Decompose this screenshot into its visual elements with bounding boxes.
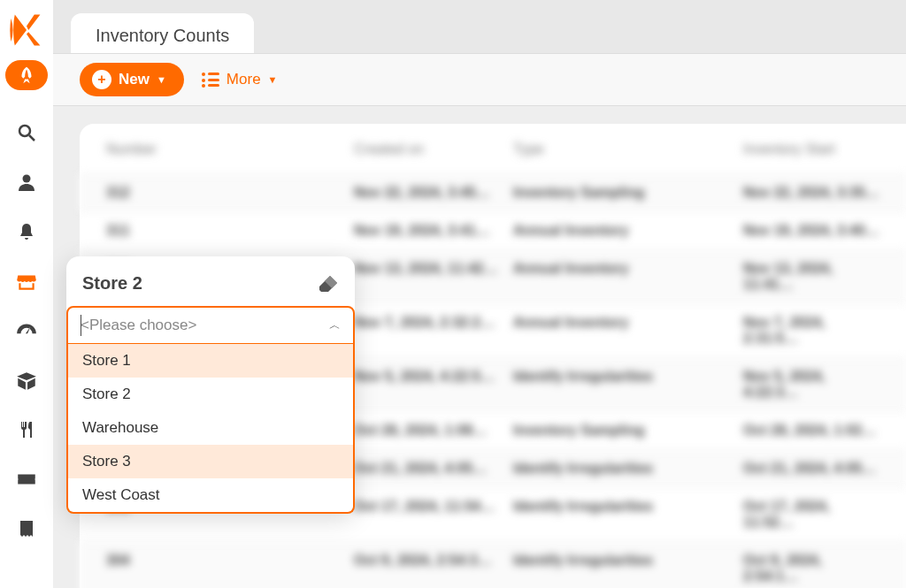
- table-cell: Nov 7, 2024, 2:31:5…: [743, 315, 879, 347]
- table-cell: Nov 5, 2024, 4:22:3…: [743, 369, 879, 401]
- search-icon[interactable]: [12, 118, 41, 147]
- ticket-icon[interactable]: [12, 465, 41, 493]
- table-cell: Oct 21, 2024, 4:05…: [354, 461, 513, 477]
- table-cell: Nov 5, 2024, 4:22:5…: [354, 369, 513, 401]
- table-cell: 311: [106, 223, 354, 239]
- table-cell: Oct 9, 2024, 2:54:3…: [354, 553, 513, 584]
- table-row[interactable]: 312Nov 22, 2024, 3:45…Inventory Sampling…: [80, 173, 906, 211]
- more-button[interactable]: More ▼: [202, 71, 278, 88]
- cutlery-icon[interactable]: [12, 416, 41, 444]
- table-cell: Oct 17, 2024, 11:54…: [354, 499, 513, 531]
- dropdown-option[interactable]: Warehouse: [68, 411, 353, 445]
- table-cell: Oct 28, 2024, 1:02…: [743, 423, 879, 439]
- table-cell: 312: [106, 185, 354, 201]
- svg-line-1: [29, 135, 35, 141]
- col-header: Inventory Start: [743, 141, 879, 157]
- table-cell: Oct 21, 2024, 4:05…: [743, 461, 879, 477]
- tab-label: Inventory Counts: [96, 26, 229, 45]
- store-select[interactable]: <Please choose> ︿: [66, 306, 355, 344]
- new-button[interactable]: + New ▼: [80, 63, 184, 96]
- svg-point-2: [23, 175, 31, 183]
- table-cell: Annual Inventory: [513, 261, 743, 293]
- table-cell: Nov 13, 2024, 11:41…: [743, 261, 879, 293]
- app-logo[interactable]: [5, 9, 48, 51]
- table-cell: Inventory Sampling: [513, 423, 743, 439]
- chevron-down-icon: ▼: [268, 74, 278, 85]
- store-filter-popup: Store 2 <Please choose> ︿ Store 1Store 2…: [66, 256, 355, 514]
- new-button-label: New: [119, 71, 150, 88]
- col-header: Type: [513, 141, 743, 157]
- topbar: Inventory Counts + New ▼ More ▼: [53, 0, 906, 106]
- select-placeholder: <Please choose>: [81, 317, 196, 334]
- table-cell: Oct 9, 2024, 2:54:1…: [743, 553, 879, 584]
- svg-point-0: [19, 126, 30, 136]
- select-container: <Please choose> ︿ Store 1Store 2Warehous…: [66, 306, 355, 514]
- table-cell: Oct 28, 2024, 1:08…: [354, 423, 513, 439]
- toolbar: + New ▼ More ▼: [53, 53, 906, 106]
- popup-title: Store 2: [82, 273, 142, 294]
- table-cell: Identify Irregularities: [513, 553, 743, 584]
- chevron-up-icon: ︿: [329, 317, 341, 333]
- table-cell: Annual Inventory: [513, 315, 743, 347]
- plus-icon: +: [92, 70, 111, 89]
- table-cell: Identify Irregularities: [513, 499, 743, 531]
- list-icon: [202, 73, 219, 87]
- table-row[interactable]: 311Nov 19, 2024, 3:41…Annual InventoryNo…: [80, 211, 906, 249]
- receipt-icon[interactable]: [12, 515, 41, 543]
- table-cell: Nov 19, 2024, 3:40…: [743, 223, 879, 239]
- rocket-button[interactable]: [5, 60, 48, 90]
- more-button-label: More: [226, 71, 261, 88]
- table-cell: Oct 17, 2024, 11:52…: [743, 499, 879, 531]
- store-icon[interactable]: [12, 267, 41, 295]
- table-cell: Nov 7, 2024, 2:32:2…: [354, 315, 513, 347]
- dropdown-list: Store 1Store 2WarehouseStore 3West Coast: [66, 344, 355, 514]
- dropdown-option[interactable]: West Coast: [68, 478, 353, 512]
- dropdown-option[interactable]: Store 1: [68, 344, 353, 378]
- eraser-icon[interactable]: [318, 272, 339, 294]
- table-cell: Nov 22, 2024, 3:35…: [743, 185, 879, 201]
- dropdown-option[interactable]: Store 2: [68, 378, 353, 411]
- user-icon[interactable]: [12, 168, 41, 196]
- table-cell: Nov 22, 2024, 3:45…: [354, 185, 513, 201]
- table-cell: 304: [106, 553, 354, 584]
- dropdown-option[interactable]: Store 3: [68, 445, 353, 478]
- bell-icon[interactable]: [12, 218, 41, 246]
- table-row[interactable]: 304Oct 9, 2024, 2:54:3…Identify Irregula…: [80, 541, 906, 588]
- gauge-icon[interactable]: [12, 317, 41, 345]
- table-header: Number Created on Type Inventory Start: [80, 141, 906, 173]
- tab-inventory-counts[interactable]: Inventory Counts: [71, 13, 254, 58]
- sidebar: [0, 0, 53, 588]
- table-cell: Inventory Sampling: [513, 185, 743, 201]
- col-header: Created on: [354, 141, 513, 157]
- table-cell: Nov 13, 2024, 11:42…: [354, 261, 513, 293]
- col-header: Number: [106, 141, 354, 157]
- table-cell: Identify Irregularities: [513, 369, 743, 401]
- table-cell: Nov 19, 2024, 3:41…: [354, 223, 513, 239]
- table-cell: Identify Irregularities: [513, 461, 743, 477]
- package-icon[interactable]: [12, 366, 41, 394]
- table-cell: Annual Inventory: [513, 223, 743, 239]
- chevron-down-icon: ▼: [157, 74, 166, 85]
